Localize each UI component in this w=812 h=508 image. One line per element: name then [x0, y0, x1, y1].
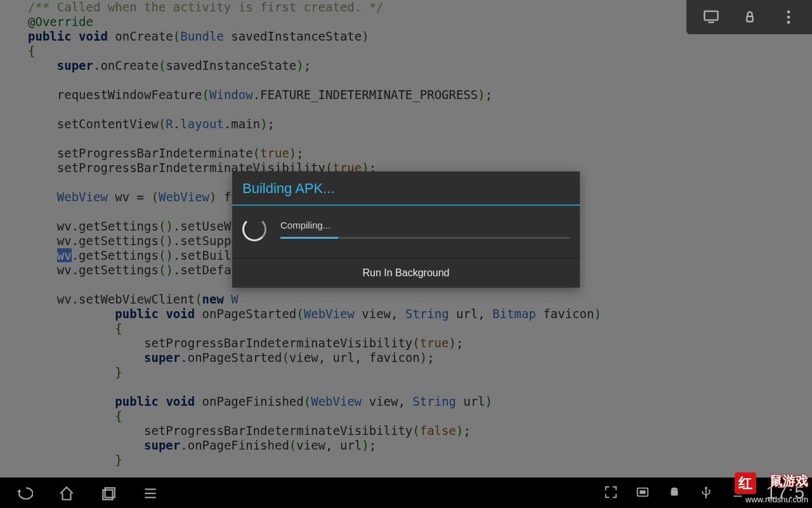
svg-rect-13 — [671, 490, 678, 495]
system-navbar: 17:5 — [0, 478, 812, 508]
svg-rect-1 — [708, 22, 714, 23]
menu-icon[interactable] — [142, 485, 157, 500]
recent-apps-icon[interactable] — [100, 485, 115, 500]
android-icon[interactable] — [667, 485, 683, 500]
build-dialog: Building APK... Compiling... Run In Back… — [232, 171, 580, 288]
svg-rect-0 — [704, 11, 717, 20]
back-icon[interactable] — [16, 485, 32, 500]
dialog-title: Building APK... — [232, 171, 580, 206]
run-in-background-button[interactable]: Run In Background — [232, 258, 580, 288]
dialog-body: Compiling... — [232, 206, 580, 258]
svg-rect-2 — [747, 17, 752, 22]
screenshot-icon[interactable] — [636, 485, 651, 500]
download-icon[interactable] — [731, 485, 746, 500]
progress-fill — [280, 237, 338, 239]
svg-point-3 — [787, 11, 790, 14]
spinner-icon — [242, 217, 266, 241]
svg-rect-12 — [639, 490, 645, 494]
top-toolbar — [686, 0, 812, 34]
fullscreen-icon[interactable] — [604, 485, 619, 500]
svg-point-5 — [787, 21, 790, 24]
dialog-status-text: Compiling... — [280, 220, 570, 231]
progress-bar — [280, 237, 570, 239]
clock-text[interactable]: 17:5 — [766, 483, 806, 503]
overflow-menu-icon[interactable] — [780, 8, 797, 26]
home-icon[interactable] — [58, 485, 74, 500]
monitor-icon[interactable] — [702, 8, 720, 26]
svg-point-4 — [787, 16, 790, 19]
usb-icon[interactable] — [699, 485, 714, 500]
lock-rotation-icon[interactable] — [741, 8, 759, 26]
